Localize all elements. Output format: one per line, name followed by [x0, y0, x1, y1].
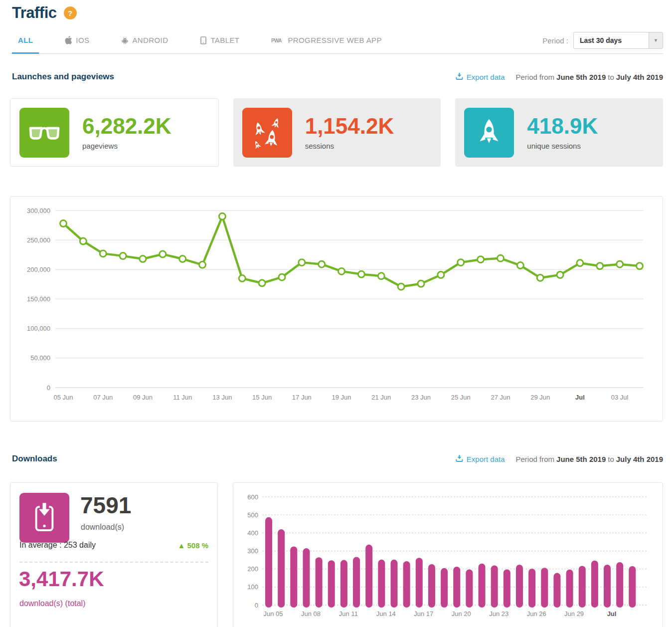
downloads-total-link[interactable]: download(s) (total) — [19, 599, 86, 608]
svg-text:05 Jun: 05 Jun — [53, 394, 73, 401]
svg-text:23 Jun: 23 Jun — [411, 394, 431, 401]
bar-Jun 26[interactable] — [528, 569, 535, 608]
sessions-label: sessions — [305, 142, 394, 150]
tab-tablet[interactable]: TABLET — [194, 30, 245, 53]
svg-text:Jul: Jul — [575, 394, 585, 401]
line-point-04 Jul[interactable] — [637, 263, 643, 269]
bar-Jun 25[interactable] — [516, 565, 523, 608]
launches-line-chart[interactable]: 050,000100,000150,000200,000250,000300,0… — [10, 197, 663, 421]
downloads-section-title: Downloads — [12, 454, 57, 464]
svg-text:29 Jun: 29 Jun — [530, 394, 550, 401]
downloads-section-header: Downloads Export data Period fromJune 5t… — [12, 454, 663, 464]
bar-Jul 03[interactable] — [616, 562, 623, 608]
downloads-export-button[interactable]: Export data — [456, 454, 505, 463]
bar-Jun 09[interactable] — [316, 557, 323, 608]
bar-Jun 17[interactable] — [416, 558, 423, 608]
bar-Jun 24[interactable] — [504, 569, 510, 608]
line-point-21 Jun[interactable] — [378, 273, 384, 279]
bar-Jun 14[interactable] — [378, 560, 385, 608]
line-point-16 Jun[interactable] — [279, 274, 285, 280]
bar-Jun 13[interactable] — [365, 545, 372, 608]
tab-ios[interactable]: IOS — [59, 30, 95, 53]
line-point-18 Jun[interactable] — [319, 261, 325, 267]
line-point-19 Jun[interactable] — [338, 268, 345, 274]
line-point-08 Jun[interactable] — [120, 253, 126, 259]
bar-Jul 02[interactable] — [604, 565, 611, 608]
line-point-27 Jun[interactable] — [497, 255, 504, 261]
downloads-value: 7591 — [80, 494, 131, 517]
svg-text:150,000: 150,000 — [27, 295, 50, 303]
line-point-23 Jun[interactable] — [418, 280, 424, 287]
line-point-29 Jun[interactable] — [537, 274, 543, 281]
svg-text:Jun 17: Jun 17 — [414, 610, 433, 618]
svg-text:27 Jun: 27 Jun — [491, 394, 510, 401]
line-point-13 Jun[interactable] — [219, 213, 225, 219]
chevron-down-icon[interactable]: ▼ — [649, 32, 663, 48]
svg-text:Jul: Jul — [607, 610, 617, 618]
line-point-11 Jun[interactable] — [179, 256, 186, 262]
line-point-26 Jun[interactable] — [478, 256, 484, 263]
rockets-icon — [242, 108, 292, 158]
svg-text:21 Jun: 21 Jun — [371, 394, 391, 401]
bar-Jun 18[interactable] — [428, 564, 435, 608]
bar-Jun 16[interactable] — [403, 561, 410, 608]
tab-android[interactable]: ANDROID — [115, 30, 174, 53]
line-point-07 Jun[interactable] — [100, 250, 106, 257]
downloads-average: In average : 253 daily — [19, 541, 96, 550]
line-point-01 Jul[interactable] — [577, 260, 583, 266]
bar-Jun 29[interactable] — [566, 570, 573, 608]
bar-Jun 20[interactable] — [453, 567, 460, 608]
svg-text:Jun 08: Jun 08 — [301, 610, 321, 618]
bar-Jun 15[interactable] — [391, 560, 398, 608]
svg-text:03 Jul: 03 Jul — [611, 394, 629, 401]
svg-text:Jun 14: Jun 14 — [376, 610, 396, 618]
bar-Jun 07[interactable] — [290, 546, 297, 608]
line-point-28 Jun[interactable] — [517, 262, 523, 269]
tab-android-label: ANDROID — [132, 36, 168, 44]
bar-Jul 04[interactable] — [629, 566, 636, 608]
line-point-14 Jun[interactable] — [239, 275, 245, 282]
svg-text:250,000: 250,000 — [27, 236, 50, 244]
sessions-card: 1,154.2K sessions — [233, 98, 441, 167]
bar-Jun 10[interactable] — [328, 560, 335, 608]
help-icon[interactable]: ? — [64, 6, 77, 19]
line-point-30 Jun[interactable] — [557, 271, 563, 278]
bar-Jun 06[interactable] — [278, 529, 285, 608]
svg-text:PWA: PWA — [271, 38, 282, 43]
line-point-02 Jul[interactable] — [597, 263, 603, 269]
bar-Jun 28[interactable] — [553, 573, 560, 608]
bar-Jun 11[interactable] — [340, 560, 347, 608]
tab-all[interactable]: ALL — [12, 30, 39, 53]
bar-Jun 30[interactable] — [579, 566, 586, 608]
line-point-03 Jul[interactable] — [617, 261, 623, 267]
bar-Jun 27[interactable] — [541, 568, 548, 608]
svg-text:0: 0 — [47, 384, 50, 392]
bar-Jun 08[interactable] — [303, 548, 310, 608]
line-point-25 Jun[interactable] — [458, 259, 464, 266]
bar-Jun 19[interactable] — [441, 568, 448, 608]
bar-Jun 12[interactable] — [353, 557, 360, 608]
svg-text:Jun 05: Jun 05 — [263, 610, 283, 618]
line-point-22 Jun[interactable] — [398, 283, 404, 290]
line-point-24 Jun[interactable] — [438, 271, 444, 278]
line-point-06 Jun[interactable] — [80, 238, 86, 244]
line-point-10 Jun[interactable] — [160, 251, 166, 257]
bar-Jun 22[interactable] — [479, 564, 486, 608]
tab-pwa[interactable]: PWA PROGRESSIVE WEB APP — [265, 30, 388, 53]
line-point-20 Jun[interactable] — [358, 271, 364, 277]
bar-Jul 01[interactable] — [591, 561, 598, 608]
bar-Jun 23[interactable] — [491, 565, 498, 608]
line-point-17 Jun[interactable] — [299, 259, 305, 266]
bar-Jun 05[interactable] — [265, 517, 272, 608]
launches-export-button[interactable]: Export data — [456, 72, 505, 81]
downloads-bar-chart[interactable]: 0100200300400500600Jun 05Jun 08Jun 11Jun… — [233, 483, 663, 627]
bar-Jun 21[interactable] — [466, 569, 473, 608]
period-select[interactable]: Last 30 days ▼ — [573, 32, 663, 49]
svg-text:Jun 11: Jun 11 — [339, 610, 358, 618]
svg-text:19 Jun: 19 Jun — [332, 394, 351, 401]
svg-text:50,000: 50,000 — [30, 354, 50, 362]
line-point-12 Jun[interactable] — [199, 261, 206, 268]
line-point-15 Jun[interactable] — [259, 280, 265, 286]
line-point-05 Jun[interactable] — [60, 220, 67, 227]
line-point-09 Jun[interactable] — [140, 256, 146, 262]
